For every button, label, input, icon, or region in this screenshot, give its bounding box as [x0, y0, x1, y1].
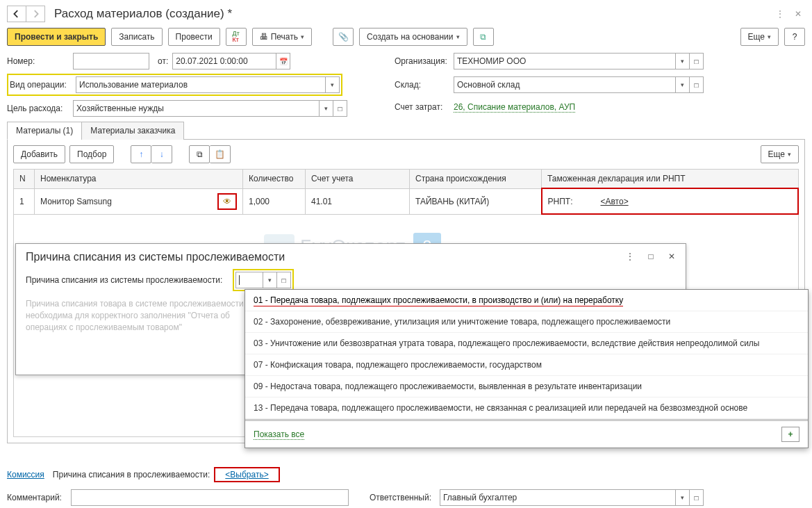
table-row[interactable]: 1 Монитор Samsung 👁 1,000 41.01 ТАЙВАНЬ …	[14, 188, 799, 214]
reason-hint: Причина списания товара в системе просле…	[26, 298, 255, 333]
tab-materials[interactable]: Материалы (1)	[7, 122, 82, 140]
org-dropdown-button[interactable]: ▾	[676, 53, 690, 69]
page-title: Расход материалов (создание) *	[54, 7, 232, 21]
cell-declaration[interactable]: РНПТ: <Авто>	[542, 188, 799, 214]
chevron-down-icon: ▾	[268, 277, 272, 284]
dropdown-option[interactable]: 09 - Недостача товара, подлежащего просл…	[245, 376, 808, 398]
reason-open-button[interactable]: □	[277, 272, 291, 288]
cell-country[interactable]: ТАЙВАНЬ (КИТАЙ)	[410, 188, 542, 214]
comment-input[interactable]	[71, 489, 349, 506]
responsible-open-button[interactable]: □	[690, 489, 704, 506]
menu-dots-icon[interactable]: ⋮	[773, 7, 787, 21]
table-more-button[interactable]: Еще ▾	[761, 145, 799, 163]
tab-customer-materials[interactable]: Материалы заказчика	[81, 122, 184, 140]
arrow-up-icon: ↑	[139, 149, 143, 159]
warehouse-label: Склад:	[395, 80, 454, 90]
more-button[interactable]: Еще ▾	[740, 28, 779, 46]
dropdown-option[interactable]: 13 - Передача товара, подлежащего просле…	[245, 398, 808, 419]
col-account: Счет учета	[306, 170, 410, 189]
warehouse-input[interactable]: Основной склад	[454, 76, 676, 93]
move-down-button[interactable]: ↓	[151, 145, 172, 163]
dtkt-button[interactable]: ДтКт	[226, 28, 247, 46]
paste-icon: 📋	[215, 149, 225, 159]
popup-maximize-icon[interactable]: □	[644, 249, 658, 263]
chevron-down-icon: ▾	[681, 81, 684, 88]
auto-link[interactable]: <Авто>	[600, 197, 628, 206]
chevron-down-icon: ▾	[788, 151, 791, 158]
col-n: N	[14, 170, 35, 189]
responsible-dropdown-button[interactable]: ▾	[676, 489, 690, 506]
dropdown-option[interactable]: 02 - Захоронение, обезвреживание, утилиз…	[245, 311, 808, 333]
org-open-button[interactable]: □	[690, 53, 704, 69]
purpose-label: Цель расхода:	[7, 104, 73, 113]
reason-input[interactable]	[235, 272, 263, 288]
trace-reason-label: Причина списания в прослеживаемости:	[53, 470, 210, 480]
cell-n: 1	[14, 188, 35, 214]
date-label: от:	[158, 56, 168, 66]
reason-field-label: Причина списания из системы прослеживаем…	[26, 275, 233, 285]
printer-icon: 🖶	[260, 32, 268, 42]
cost-account-link[interactable]: 26, Списание материалов, АУП	[454, 102, 575, 113]
pick-button[interactable]: Подбор	[69, 145, 114, 163]
cell-nomenclature[interactable]: Монитор Samsung 👁	[35, 188, 243, 214]
purpose-open-button[interactable]: □	[333, 100, 347, 117]
org-input[interactable]: ТЕХНОМИР ООО	[454, 53, 676, 69]
chevron-down-icon: ▾	[681, 494, 684, 501]
col-declaration: Таможенная декларация или РНПТ	[542, 170, 799, 189]
comment-label: Комментарий:	[7, 493, 67, 502]
move-up-button[interactable]: ↑	[131, 145, 151, 163]
dropdown-option[interactable]: 07 - Конфискация товара, подлежащего про…	[245, 354, 808, 376]
operation-type-input[interactable]: Использование материалов	[76, 76, 326, 93]
dropdown-option[interactable]: 01 - Передача товара, подлежащих прослеж…	[245, 290, 808, 311]
paste-button[interactable]: 📋	[210, 145, 231, 163]
save-button[interactable]: Записать	[111, 28, 162, 46]
open-icon: □	[338, 105, 342, 113]
org-label: Организация:	[395, 56, 454, 66]
add-option-button[interactable]: +	[781, 427, 799, 442]
popup-close-icon[interactable]: ✕	[665, 249, 679, 263]
paperclip-icon: 📎	[338, 32, 349, 42]
number-label: Номер:	[7, 56, 73, 66]
structure-button[interactable]: ⧉	[473, 28, 494, 46]
help-button[interactable]: ?	[784, 28, 805, 46]
number-input[interactable]	[73, 53, 149, 69]
choose-reason-link[interactable]: <Выбрать>	[225, 470, 268, 480]
add-row-button[interactable]: Добавить	[13, 145, 65, 163]
post-and-close-button[interactable]: Провести и закрыть	[7, 28, 106, 46]
chevron-down-icon: ▾	[331, 81, 334, 88]
attach-button[interactable]: 📎	[333, 28, 354, 46]
purpose-input[interactable]: Хозяйственные нужды	[73, 100, 320, 117]
popup-title: Причина списания из системы прослеживаем…	[26, 251, 676, 263]
purpose-dropdown-button[interactable]: ▾	[320, 100, 333, 117]
structure-icon: ⧉	[480, 32, 486, 42]
create-on-basis-button[interactable]: Создать на основании ▾	[359, 28, 467, 46]
print-button[interactable]: 🖶 Печать ▾	[252, 28, 312, 46]
commission-link[interactable]: Комиссия	[7, 470, 44, 480]
cell-account[interactable]: 41.01	[306, 188, 410, 214]
responsible-input[interactable]: Главный бухгалтер	[440, 489, 676, 506]
reason-dropdown-button[interactable]: ▾	[263, 272, 277, 288]
warehouse-open-button[interactable]: □	[690, 76, 704, 93]
warehouse-dropdown-button[interactable]: ▾	[676, 76, 690, 93]
chevron-down-icon: ▾	[456, 33, 460, 40]
calendar-icon: 📅	[279, 58, 288, 65]
col-country: Страна происхождения	[410, 170, 542, 189]
popup-menu-icon[interactable]: ⋮	[623, 249, 637, 263]
show-all-link[interactable]: Показать все	[254, 429, 304, 440]
operation-type-dropdown-button[interactable]: ▾	[326, 76, 340, 93]
post-button[interactable]: Провести	[168, 28, 220, 46]
copy-button[interactable]: ⧉	[189, 145, 210, 163]
close-icon[interactable]: ✕	[791, 7, 805, 21]
open-icon: □	[281, 277, 285, 284]
arrow-right-icon	[31, 10, 40, 18]
nav-forward-button[interactable]	[26, 6, 45, 22]
cell-quantity[interactable]: 1,000	[243, 188, 306, 214]
nav-back-button[interactable]	[7, 6, 26, 22]
date-input[interactable]: 20.07.2021 0:00:00	[172, 53, 276, 69]
calendar-button[interactable]: 📅	[276, 53, 290, 69]
dropdown-option[interactable]: 03 - Уничтожение или безвозвратная утрат…	[245, 333, 808, 354]
traceability-indicator-icon[interactable]: 👁	[217, 193, 237, 210]
dtkt-icon: ДтКт	[233, 31, 240, 43]
open-icon: □	[694, 81, 698, 89]
operation-type-label: Вид операции:	[10, 80, 76, 90]
